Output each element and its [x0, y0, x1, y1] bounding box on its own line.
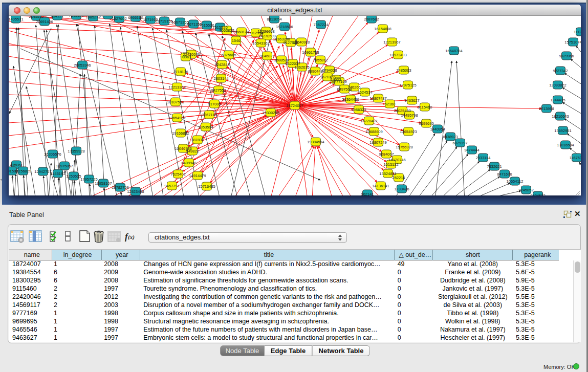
svg-text:19218506: 19218506	[276, 25, 293, 29]
svg-text:962141: 962141	[361, 192, 374, 196]
svg-text:3267110: 3267110	[202, 113, 217, 117]
svg-text:549822: 549822	[186, 149, 199, 154]
svg-text:10654982: 10654982	[168, 116, 185, 120]
svg-text:6322037: 6322037	[285, 61, 300, 66]
svg-text:6409948: 6409948	[181, 161, 196, 165]
svg-text:16543362: 16543362	[252, 41, 269, 46]
svg-text:1527602: 1527602	[112, 16, 126, 21]
svg-text:12942757: 12942757	[34, 169, 51, 174]
svg-text:18724007: 18724007	[286, 103, 303, 108]
svg-text:16120746: 16120746	[388, 158, 405, 162]
svg-text:19300295: 19300295	[262, 111, 279, 115]
svg-text:1733426: 1733426	[394, 187, 409, 191]
svg-text:12975125: 12975125	[399, 83, 416, 87]
svg-text:9427552: 9427552	[211, 88, 226, 93]
svg-text:8813054: 8813054	[267, 17, 281, 21]
svg-text:13226058: 13226058	[257, 29, 274, 34]
svg-text:7986322: 7986322	[351, 107, 366, 112]
svg-text:9242848: 9242848	[214, 62, 229, 67]
svg-text:10958107: 10958107	[95, 181, 112, 186]
svg-text:16961758: 16961758	[302, 50, 319, 55]
svg-text:7646121: 7646121	[69, 16, 83, 18]
svg-text:1985212: 1985212	[85, 16, 100, 19]
svg-text:9329966: 9329966	[559, 54, 574, 58]
svg-text:14914479: 14914479	[189, 173, 206, 178]
svg-text:6966160: 6966160	[128, 16, 143, 20]
svg-text:1353594: 1353594	[198, 125, 213, 129]
svg-text:10973493: 10973493	[389, 53, 406, 57]
svg-text:9777169: 9777169	[332, 79, 346, 84]
svg-text:16782759: 16782759	[112, 185, 128, 190]
svg-text:21364436: 21364436	[342, 97, 359, 102]
svg-text:2145512: 2145512	[29, 16, 43, 19]
svg-text:26206576: 26206576	[44, 152, 61, 157]
svg-text:10719155: 10719155	[156, 19, 172, 24]
svg-text:8990448: 8990448	[308, 69, 322, 74]
svg-text:6497568: 6497568	[337, 87, 352, 92]
svg-text:(x): (x)	[128, 234, 135, 240]
svg-text:16154808: 16154808	[374, 27, 391, 31]
svg-text:9463627: 9463627	[404, 98, 419, 103]
svg-text:9227342: 9227342	[553, 69, 568, 73]
svg-text:6794028: 6794028	[322, 68, 337, 73]
svg-text:1244415: 1244415	[550, 98, 565, 102]
svg-text:15720407: 15720407	[360, 119, 377, 123]
svg-text:20053346: 20053346	[74, 63, 91, 68]
svg-text:3624514: 3624514	[357, 90, 372, 95]
svg-text:7625402: 7625402	[170, 172, 185, 177]
svg-text:7955812: 7955812	[313, 58, 328, 62]
svg-text:13640910: 13640910	[293, 40, 310, 45]
svg-text:18807249: 18807249	[369, 140, 386, 145]
svg-text:16210643: 16210643	[552, 114, 569, 119]
svg-text:9457791: 9457791	[164, 184, 179, 188]
svg-text:1440954: 1440954	[430, 127, 445, 132]
svg-text:14495798: 14495798	[401, 113, 418, 118]
svg-text:1112641: 1112641	[574, 30, 581, 34]
svg-text:5875685: 5875685	[221, 53, 236, 57]
svg-text:8471676: 8471676	[497, 172, 512, 177]
svg-text:15756928: 15756928	[396, 145, 412, 149]
svg-text:1546: 1546	[232, 38, 241, 43]
svg-text:15751074: 15751074	[564, 40, 581, 45]
svg-text:17016504: 17016504	[557, 143, 574, 147]
svg-text:1615132: 1615132	[383, 162, 398, 167]
svg-text:98961: 98961	[181, 55, 191, 59]
svg-text:387832: 387832	[191, 138, 204, 142]
svg-text:20691406: 20691406	[36, 19, 53, 24]
svg-text:1250515: 1250515	[66, 174, 81, 179]
svg-text:19384554: 19384554	[307, 140, 324, 144]
svg-text:9146821: 9146821	[259, 54, 274, 58]
svg-text:17359928: 17359928	[68, 149, 84, 154]
svg-text:2933114: 2933114	[476, 156, 491, 160]
svg-text:917006: 917006	[208, 102, 221, 106]
svg-text:854121: 854121	[51, 16, 63, 18]
svg-text:9115460: 9115460	[418, 105, 432, 110]
svg-text:435061: 435061	[10, 163, 23, 167]
svg-text:2718176: 2718176	[173, 70, 188, 74]
svg-text:8124512: 8124512	[530, 193, 545, 196]
svg-text:2687682: 2687682	[364, 17, 379, 21]
svg-text:8213958: 8213958	[539, 106, 554, 111]
svg-text:12923448: 12923448	[127, 189, 144, 194]
svg-text:16648784: 16648784	[445, 49, 462, 53]
svg-text:62160: 62160	[385, 102, 396, 106]
svg-text:10975857: 10975857	[56, 164, 73, 168]
svg-text:1167533: 1167533	[570, 156, 581, 160]
svg-text:1145193: 1145193	[51, 171, 66, 176]
svg-text:7485003: 7485003	[396, 68, 411, 73]
svg-text:10688609: 10688609	[365, 129, 382, 134]
svg-text:14136141: 14136141	[372, 184, 389, 188]
svg-text:252214: 252214	[392, 176, 405, 180]
svg-text:9660124: 9660124	[234, 30, 249, 34]
svg-text:12093822: 12093822	[549, 83, 566, 87]
svg-text:19166822: 19166822	[172, 131, 189, 136]
svg-text:7357224: 7357224	[313, 23, 328, 27]
svg-text:13692951: 13692951	[554, 128, 571, 133]
svg-text:7663822: 7663822	[219, 28, 234, 33]
svg-text:15716485: 15716485	[198, 184, 215, 189]
svg-text:9245052: 9245052	[518, 188, 533, 192]
svg-text:9474444: 9474444	[464, 148, 479, 152]
svg-text:7515526: 7515526	[199, 23, 214, 28]
svg-text:10807487: 10807487	[369, 96, 386, 101]
svg-text:8938923: 8938923	[443, 135, 458, 139]
